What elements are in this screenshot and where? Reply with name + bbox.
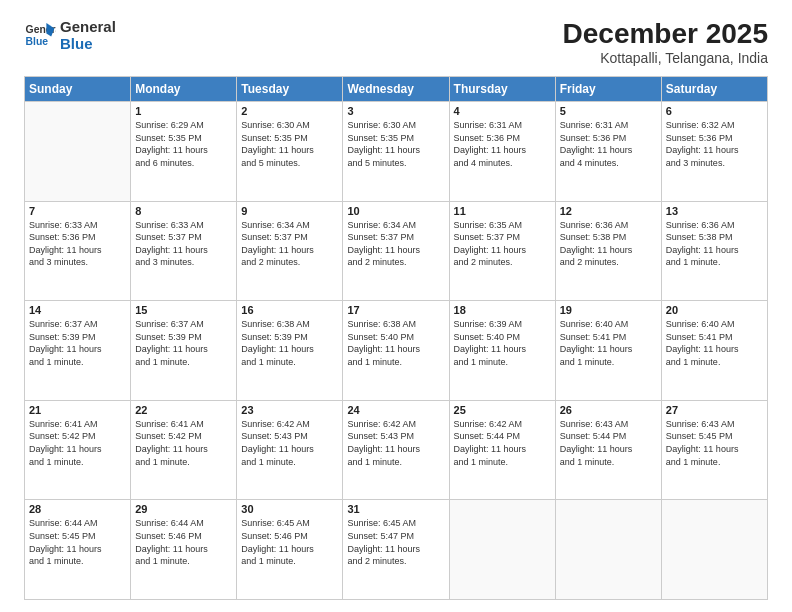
table-row: 2Sunrise: 6:30 AM Sunset: 5:35 PM Daylig…: [237, 102, 343, 202]
day-number: 11: [454, 205, 551, 217]
table-row: [25, 102, 131, 202]
day-info: Sunrise: 6:33 AM Sunset: 5:36 PM Dayligh…: [29, 219, 126, 269]
table-row: 22Sunrise: 6:41 AM Sunset: 5:42 PM Dayli…: [131, 400, 237, 500]
day-info: Sunrise: 6:41 AM Sunset: 5:42 PM Dayligh…: [29, 418, 126, 468]
day-number: 1: [135, 105, 232, 117]
table-row: 15Sunrise: 6:37 AM Sunset: 5:39 PM Dayli…: [131, 301, 237, 401]
table-row: 29Sunrise: 6:44 AM Sunset: 5:46 PM Dayli…: [131, 500, 237, 600]
logo-general: General: [60, 18, 116, 35]
day-number: 29: [135, 503, 232, 515]
table-row: 31Sunrise: 6:45 AM Sunset: 5:47 PM Dayli…: [343, 500, 449, 600]
day-number: 31: [347, 503, 444, 515]
day-number: 9: [241, 205, 338, 217]
day-number: 2: [241, 105, 338, 117]
table-row: 7Sunrise: 6:33 AM Sunset: 5:36 PM Daylig…: [25, 201, 131, 301]
calendar-header-row: Sunday Monday Tuesday Wednesday Thursday…: [25, 77, 768, 102]
page: General Blue General Blue December 2025 …: [0, 0, 792, 612]
day-number: 16: [241, 304, 338, 316]
day-number: 26: [560, 404, 657, 416]
table-row: 17Sunrise: 6:38 AM Sunset: 5:40 PM Dayli…: [343, 301, 449, 401]
day-info: Sunrise: 6:38 AM Sunset: 5:40 PM Dayligh…: [347, 318, 444, 368]
table-row: 13Sunrise: 6:36 AM Sunset: 5:38 PM Dayli…: [661, 201, 767, 301]
day-info: Sunrise: 6:37 AM Sunset: 5:39 PM Dayligh…: [135, 318, 232, 368]
title-block: December 2025 Kottapalli, Telangana, Ind…: [563, 18, 768, 66]
table-row: 24Sunrise: 6:42 AM Sunset: 5:43 PM Dayli…: [343, 400, 449, 500]
header: General Blue General Blue December 2025 …: [24, 18, 768, 66]
col-sunday: Sunday: [25, 77, 131, 102]
day-info: Sunrise: 6:40 AM Sunset: 5:41 PM Dayligh…: [560, 318, 657, 368]
day-info: Sunrise: 6:37 AM Sunset: 5:39 PM Dayligh…: [29, 318, 126, 368]
day-number: 12: [560, 205, 657, 217]
table-row: 20Sunrise: 6:40 AM Sunset: 5:41 PM Dayli…: [661, 301, 767, 401]
table-row: 10Sunrise: 6:34 AM Sunset: 5:37 PM Dayli…: [343, 201, 449, 301]
table-row: 30Sunrise: 6:45 AM Sunset: 5:46 PM Dayli…: [237, 500, 343, 600]
day-info: Sunrise: 6:45 AM Sunset: 5:47 PM Dayligh…: [347, 517, 444, 567]
table-row: 26Sunrise: 6:43 AM Sunset: 5:44 PM Dayli…: [555, 400, 661, 500]
day-number: 18: [454, 304, 551, 316]
col-friday: Friday: [555, 77, 661, 102]
col-wednesday: Wednesday: [343, 77, 449, 102]
calendar-week-row: 28Sunrise: 6:44 AM Sunset: 5:45 PM Dayli…: [25, 500, 768, 600]
day-number: 6: [666, 105, 763, 117]
day-info: Sunrise: 6:30 AM Sunset: 5:35 PM Dayligh…: [347, 119, 444, 169]
day-info: Sunrise: 6:31 AM Sunset: 5:36 PM Dayligh…: [560, 119, 657, 169]
table-row: [661, 500, 767, 600]
day-number: 13: [666, 205, 763, 217]
calendar-table: Sunday Monday Tuesday Wednesday Thursday…: [24, 76, 768, 600]
day-number: 8: [135, 205, 232, 217]
month-title: December 2025: [563, 18, 768, 50]
day-info: Sunrise: 6:36 AM Sunset: 5:38 PM Dayligh…: [666, 219, 763, 269]
table-row: 16Sunrise: 6:38 AM Sunset: 5:39 PM Dayli…: [237, 301, 343, 401]
day-info: Sunrise: 6:44 AM Sunset: 5:46 PM Dayligh…: [135, 517, 232, 567]
day-number: 7: [29, 205, 126, 217]
calendar-week-row: 7Sunrise: 6:33 AM Sunset: 5:36 PM Daylig…: [25, 201, 768, 301]
table-row: 28Sunrise: 6:44 AM Sunset: 5:45 PM Dayli…: [25, 500, 131, 600]
table-row: 12Sunrise: 6:36 AM Sunset: 5:38 PM Dayli…: [555, 201, 661, 301]
table-row: 19Sunrise: 6:40 AM Sunset: 5:41 PM Dayli…: [555, 301, 661, 401]
day-number: 14: [29, 304, 126, 316]
day-number: 19: [560, 304, 657, 316]
day-info: Sunrise: 6:31 AM Sunset: 5:36 PM Dayligh…: [454, 119, 551, 169]
day-info: Sunrise: 6:32 AM Sunset: 5:36 PM Dayligh…: [666, 119, 763, 169]
day-info: Sunrise: 6:38 AM Sunset: 5:39 PM Dayligh…: [241, 318, 338, 368]
day-number: 4: [454, 105, 551, 117]
day-number: 28: [29, 503, 126, 515]
day-info: Sunrise: 6:34 AM Sunset: 5:37 PM Dayligh…: [347, 219, 444, 269]
table-row: 21Sunrise: 6:41 AM Sunset: 5:42 PM Dayli…: [25, 400, 131, 500]
table-row: 25Sunrise: 6:42 AM Sunset: 5:44 PM Dayli…: [449, 400, 555, 500]
day-info: Sunrise: 6:39 AM Sunset: 5:40 PM Dayligh…: [454, 318, 551, 368]
day-info: Sunrise: 6:43 AM Sunset: 5:44 PM Dayligh…: [560, 418, 657, 468]
day-info: Sunrise: 6:42 AM Sunset: 5:43 PM Dayligh…: [347, 418, 444, 468]
calendar-week-row: 21Sunrise: 6:41 AM Sunset: 5:42 PM Dayli…: [25, 400, 768, 500]
day-info: Sunrise: 6:36 AM Sunset: 5:38 PM Dayligh…: [560, 219, 657, 269]
day-info: Sunrise: 6:34 AM Sunset: 5:37 PM Dayligh…: [241, 219, 338, 269]
col-tuesday: Tuesday: [237, 77, 343, 102]
day-number: 24: [347, 404, 444, 416]
col-saturday: Saturday: [661, 77, 767, 102]
day-number: 21: [29, 404, 126, 416]
day-info: Sunrise: 6:30 AM Sunset: 5:35 PM Dayligh…: [241, 119, 338, 169]
calendar-week-row: 14Sunrise: 6:37 AM Sunset: 5:39 PM Dayli…: [25, 301, 768, 401]
table-row: [449, 500, 555, 600]
day-number: 5: [560, 105, 657, 117]
table-row: 1Sunrise: 6:29 AM Sunset: 5:35 PM Daylig…: [131, 102, 237, 202]
table-row: 3Sunrise: 6:30 AM Sunset: 5:35 PM Daylig…: [343, 102, 449, 202]
logo: General Blue General Blue: [24, 18, 116, 53]
day-number: 27: [666, 404, 763, 416]
svg-text:Blue: Blue: [26, 36, 49, 47]
table-row: 23Sunrise: 6:42 AM Sunset: 5:43 PM Dayli…: [237, 400, 343, 500]
logo-icon: General Blue: [24, 19, 56, 51]
table-row: 4Sunrise: 6:31 AM Sunset: 5:36 PM Daylig…: [449, 102, 555, 202]
table-row: 9Sunrise: 6:34 AM Sunset: 5:37 PM Daylig…: [237, 201, 343, 301]
day-info: Sunrise: 6:29 AM Sunset: 5:35 PM Dayligh…: [135, 119, 232, 169]
logo-blue: Blue: [60, 35, 116, 52]
day-number: 15: [135, 304, 232, 316]
day-number: 10: [347, 205, 444, 217]
day-number: 17: [347, 304, 444, 316]
day-number: 22: [135, 404, 232, 416]
day-number: 3: [347, 105, 444, 117]
day-number: 23: [241, 404, 338, 416]
day-info: Sunrise: 6:43 AM Sunset: 5:45 PM Dayligh…: [666, 418, 763, 468]
table-row: 11Sunrise: 6:35 AM Sunset: 5:37 PM Dayli…: [449, 201, 555, 301]
table-row: 5Sunrise: 6:31 AM Sunset: 5:36 PM Daylig…: [555, 102, 661, 202]
